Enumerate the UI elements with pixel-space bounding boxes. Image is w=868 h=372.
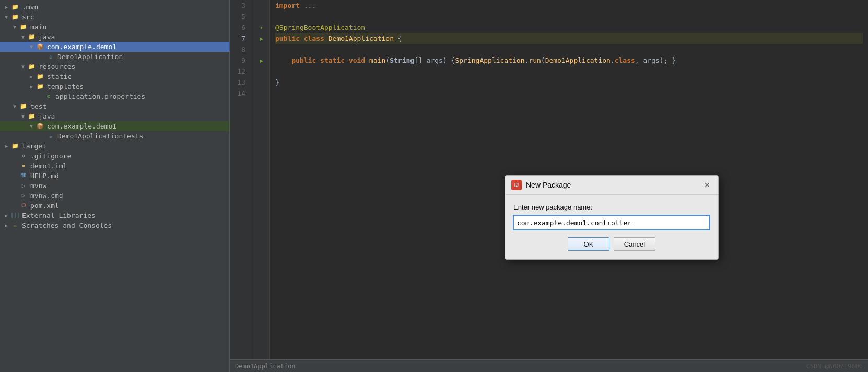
dot-run: .: [525, 55, 529, 66]
brace-open: {: [398, 33, 402, 44]
sidebar-item-mvn[interactable]: 📁 .mvn: [0, 2, 229, 12]
sidebar-item-resources[interactable]: 📁 resources: [0, 62, 229, 72]
ln-9: 9: [230, 55, 249, 66]
sidebar-item-scratches[interactable]: ✏ Scratches and Consoles: [0, 220, 229, 230]
label-mvn: .mvn: [22, 3, 38, 11]
sidebar-item-src[interactable]: 📁 src: [0, 12, 229, 22]
props-icon: ⚙: [44, 93, 53, 100]
kw-class-2: class: [615, 55, 635, 66]
kw-static: static: [320, 55, 345, 66]
label-resources: resources: [39, 63, 75, 71]
new-package-dialog: IJ New Package ✕ Enter new package name:…: [505, 175, 719, 260]
kw-public-7: public: [275, 33, 300, 44]
sidebar-item-demo1test[interactable]: ☕ Demo1ApplicationTests: [0, 131, 229, 141]
sidebar-item-test-java[interactable]: 📁 java: [0, 111, 229, 121]
kw-public-9: public: [291, 55, 316, 66]
gutter-6: ✦: [253, 22, 270, 33]
ln-14: 14: [230, 88, 249, 99]
arrow-static: [27, 74, 36, 79]
label-demo1app: Demo1Application: [57, 53, 123, 61]
gutter-5: [253, 11, 270, 22]
sidebar-item-helpmd[interactable]: MD HELP.md: [0, 171, 229, 181]
label-app-props: application.properties: [55, 92, 145, 100]
gutter-7[interactable]: ▶: [253, 33, 270, 44]
sidebar-item-java[interactable]: 📁 java: [0, 32, 229, 42]
type-string: String: [390, 55, 414, 66]
sidebar-item-static[interactable]: 📁 static: [0, 72, 229, 82]
folder-icon-templates: 📁: [36, 83, 45, 90]
gutter-12: [253, 66, 270, 77]
java-icon-demo1app: ☕: [46, 53, 55, 61]
ln-5: 5: [230, 11, 249, 22]
label-templates: templates: [47, 83, 84, 90]
label-scratches: Scratches and Consoles: [22, 222, 112, 229]
ln-8: 8: [230, 44, 249, 55]
sidebar-item-test-com[interactable]: 📦 com.example.demo1: [0, 121, 229, 131]
sidebar-item-pomxml[interactable]: ⬡ pom.xml: [0, 201, 229, 211]
code-line-14: [275, 88, 863, 99]
label-pomxml: pom.xml: [30, 202, 59, 210]
annotation-springboot: @SpringBootApplication: [275, 22, 365, 33]
folder-icon-target: 📁: [10, 143, 20, 150]
sidebar-item-test[interactable]: 📁 test: [0, 101, 229, 111]
folder-icon-test-java: 📁: [27, 113, 37, 120]
package-name-input[interactable]: [513, 215, 710, 230]
ln-7: 7: [230, 33, 249, 44]
md-icon: MD: [19, 172, 28, 180]
dialog-title: IJ New Package: [511, 180, 571, 190]
scratch-icon: ✏: [10, 222, 20, 229]
sidebar-item-demo1app[interactable]: ☕ Demo1Application: [0, 52, 229, 62]
arrow-target: [2, 143, 10, 149]
gutter-9[interactable]: ▶: [253, 55, 270, 66]
ok-button[interactable]: OK: [568, 237, 609, 251]
sidebar-item-app-props[interactable]: ⚙ application.properties: [0, 91, 229, 101]
kw-void: void: [349, 55, 365, 66]
label-test: test: [30, 102, 46, 110]
arrow-mvn: [2, 4, 10, 10]
arrow-main: [10, 24, 19, 30]
gutter-area: ✦ ▶ ▶: [253, 0, 270, 359]
sidebar-item-iml[interactable]: ▪ demo1.iml: [0, 161, 229, 171]
status-bar: Demo1Application CSDN @WOOZI9600: [230, 359, 868, 372]
sidebar-item-mvnwcmd[interactable]: ▷ mvnw.cmd: [0, 191, 229, 201]
xml-icon-pom: ⬡: [19, 202, 28, 210]
method-run: run: [529, 55, 541, 66]
ln-3: 3: [230, 0, 249, 11]
sidebar-item-ext-libs[interactable]: ||| External Libraries: [0, 211, 229, 220]
arrow-templates: [27, 84, 36, 89]
classname-demo1: Demo1Application: [329, 33, 394, 44]
dialog-app-icon: IJ: [511, 180, 522, 190]
editor-area: 3 5 6 7 8 9 12 13 14 ✦ ▶ ▶ import ...: [230, 0, 868, 372]
import-ellipsis: ...: [304, 0, 316, 11]
dialog-title-bar: IJ New Package ✕: [505, 176, 718, 195]
dialog-close-button[interactable]: ✕: [702, 180, 712, 190]
ln-12: 12: [230, 66, 249, 77]
folder-icon-main: 📁: [19, 24, 28, 31]
sidebar-item-com-example[interactable]: 📦 com.example.demo1: [0, 42, 229, 52]
sidebar-item-main[interactable]: 📁 main: [0, 22, 229, 32]
args-close: , args); }: [635, 55, 676, 66]
line-numbers: 3 5 6 7 8 9 12 13 14: [230, 0, 253, 359]
code-line-7: public class Demo1Application {: [275, 33, 863, 44]
label-test-java: java: [39, 112, 55, 120]
arrow-java: [19, 34, 27, 40]
git-icon: ◇: [19, 153, 28, 160]
folder-icon-static: 📁: [36, 73, 45, 80]
arrow-test: [10, 103, 19, 109]
main-params: (: [385, 55, 390, 66]
gutter-14: [253, 88, 270, 99]
arrow-ext-libs: [2, 213, 10, 218]
sidebar-item-gitignore[interactable]: ◇ .gitignore: [0, 151, 229, 161]
ln-13: 13: [230, 77, 249, 88]
cancel-button[interactable]: Cancel: [614, 237, 655, 251]
status-watermark: CSDN @WOOZI9600: [806, 363, 863, 370]
label-static: static: [47, 73, 72, 80]
arrow-resources: [19, 64, 27, 69]
label-target: target: [22, 142, 46, 150]
sidebar-item-templates[interactable]: 📁 templates: [0, 82, 229, 91]
sidebar-item-mvnw[interactable]: ▷ mvnw: [0, 181, 229, 191]
gutter-3: [253, 0, 270, 11]
gutter-13: [253, 77, 270, 88]
sidebar-item-target[interactable]: 📁 target: [0, 141, 229, 151]
label-helpmd: HELP.md: [30, 172, 59, 180]
